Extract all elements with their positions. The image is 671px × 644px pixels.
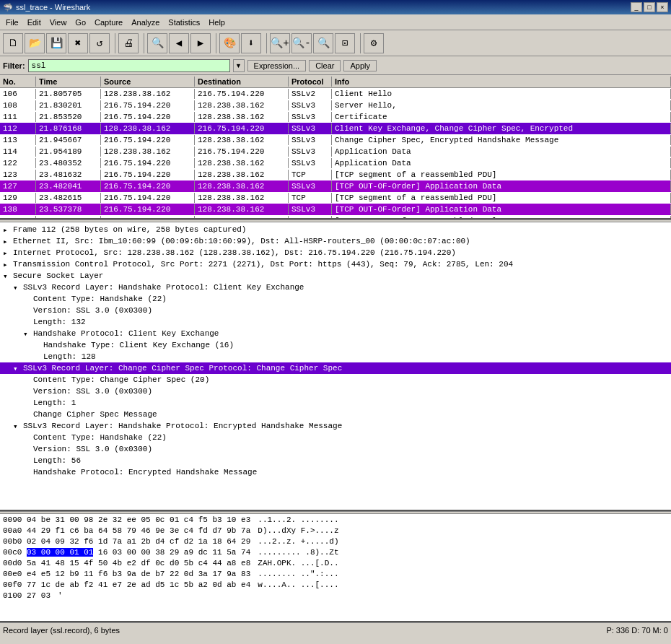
- list-item[interactable]: ▾Handshake Protocol: Client Key Exchange: [0, 328, 671, 339]
- next-button[interactable]: ▶: [190, 33, 211, 53]
- cell-proto: SSLv2: [289, 89, 332, 99]
- auto-scroll-button[interactable]: ⬇: [241, 33, 261, 53]
- cell-src: 216.75.194.220: [101, 204, 195, 214]
- titlebar-controls[interactable]: _ □ ×: [631, 2, 668, 12]
- cell-info: Change Cipher Spec, Encrypted Handshake …: [332, 135, 671, 145]
- table-row[interactable]: 123 23.481632 216.75.194.220 128.238.38.…: [0, 169, 671, 180]
- save-button[interactable]: 💾: [46, 33, 66, 53]
- print-button[interactable]: 🖨: [118, 33, 139, 53]
- cell-dst: 128.238.38.162: [195, 135, 289, 145]
- cell-time: 21.830201: [36, 100, 101, 110]
- hex-row: 00d0 5a 41 48 15 4f 50 4b e2 df 0c d0 5b…: [3, 559, 668, 570]
- detail-text: Length: 132: [33, 318, 86, 326]
- menu-item-help[interactable]: Help: [204, 17, 229, 28]
- prev-button[interactable]: ◀: [169, 33, 189, 53]
- cell-info: [TCP segment of a reassembled PDU]: [332, 170, 671, 180]
- capture-options-button[interactable]: ⚙: [364, 33, 384, 53]
- expand-icon: ▾: [3, 271, 13, 281]
- cell-dst: 128.238.38.162: [195, 112, 289, 122]
- detail-text: Transmission Control Protocol, Src Port:…: [13, 260, 513, 269]
- reload-button[interactable]: ↺: [89, 33, 110, 53]
- cell-no: 114: [0, 147, 36, 157]
- close-button[interactable]: ×: [657, 2, 668, 12]
- list-item[interactable]: ▾Secure Socket Layer: [0, 270, 671, 282]
- open-button[interactable]: 📂: [25, 33, 45, 53]
- table-row[interactable]: 113 21.945667 216.75.194.220 128.238.38.…: [0, 134, 671, 146]
- zoom-out-button[interactable]: 🔍-: [291, 33, 312, 53]
- hex-bytes: 02 04 09 32 f6 1d 7a a1 2b d4 cf d2 1a 1…: [27, 537, 250, 546]
- table-row[interactable]: 108 21.830201 216.75.194.220 128.238.38.…: [0, 100, 671, 111]
- hex-bytes: 77 1c de ab f2 41 e7 2e ad d5 1c 5b a2 0…: [27, 580, 250, 589]
- table-row[interactable]: 138 23.537378 216.75.194.220 128.238.38.…: [0, 204, 671, 215]
- list-item[interactable]: Length: 1: [0, 397, 671, 409]
- hex-offset: 00f0: [3, 580, 27, 589]
- filter-dropdown[interactable]: ▼: [233, 59, 245, 72]
- table-row[interactable]: 114 21.954189 128.238.38.162 216.75.194.…: [0, 146, 671, 157]
- col-src-header: Source: [101, 77, 195, 87]
- list-item[interactable]: Change Cipher Spec Message: [0, 409, 671, 420]
- menu-item-view[interactable]: View: [45, 17, 71, 28]
- resize-button[interactable]: ⊡: [335, 33, 355, 53]
- list-item[interactable]: Version: SSL 3.0 (0x0300): [0, 305, 671, 316]
- find-button[interactable]: 🔍: [147, 33, 167, 53]
- cell-dst: 216.75.194.220: [195, 147, 289, 157]
- list-item[interactable]: Length: 132: [0, 316, 671, 328]
- close-capture-button[interactable]: ✖: [68, 33, 88, 53]
- cell-src: 128.238.38.162: [101, 123, 195, 134]
- table-row[interactable]: 106 21.805705 128.238.38.162 216.75.194.…: [0, 88, 671, 100]
- table-row[interactable]: 127 23.482041 216.75.194.220 128.238.38.…: [0, 180, 671, 192]
- new-button[interactable]: 🗋: [3, 33, 23, 53]
- titlebar: 🦈 ssl_trace - Wireshark _ □ ×: [0, 0, 671, 14]
- list-item[interactable]: Handshake Protocol: Encrypted Handshake …: [0, 466, 671, 478]
- list-item[interactable]: ▸Transmission Control Protocol, Src Port…: [0, 258, 671, 270]
- list-item[interactable]: Handshake Type: Client Key Exchange (16): [0, 339, 671, 351]
- list-item[interactable]: Length: 56: [0, 455, 671, 466]
- list-item[interactable]: ▾SSLv3 Record Layer: Change Cipher Spec …: [0, 362, 671, 374]
- hex-offset: 00a0: [3, 526, 27, 535]
- table-row[interactable]: 122 23.480352 216.75.194.220 128.238.38.…: [0, 157, 671, 169]
- menu-item-edit[interactable]: Edit: [23, 17, 45, 28]
- cell-proto: SSLv3: [289, 181, 332, 191]
- hex-pane[interactable]: 0090 04 be 31 00 98 2e 32 ee 05 0c 01 c4…: [0, 514, 671, 622]
- list-item[interactable]: Content Type: Handshake (22): [0, 293, 671, 305]
- table-row[interactable]: 111 21.853520 216.75.194.220 128.238.38.…: [0, 111, 671, 123]
- list-item[interactable]: ▸Internet Protocol, Src: 128.238.38.162 …: [0, 247, 671, 258]
- expand-icon: ▸: [3, 237, 13, 246]
- menu-item-file[interactable]: File: [1, 17, 23, 28]
- list-item[interactable]: Version: SSL 3.0 (0x0300): [0, 443, 671, 455]
- menu-item-capture[interactable]: Capture: [90, 17, 127, 28]
- hex-offset: 00d0: [3, 559, 27, 567]
- list-item[interactable]: ▸Ethernet II, Src: Ibm_10:60:99 (00:09:6…: [0, 235, 671, 247]
- expression-button[interactable]: Expression...: [247, 60, 307, 71]
- cell-dst: 128.238.38.162: [195, 204, 289, 214]
- maximize-button[interactable]: □: [644, 2, 655, 12]
- packet-list[interactable]: No. Time Source Destination Protocol Inf…: [0, 75, 671, 219]
- menu-item-analyze[interactable]: Analyze: [127, 17, 164, 28]
- hex-ascii: ZAH.OPK. ...[.D..: [258, 559, 338, 567]
- zoom-in-button[interactable]: 🔍+: [270, 33, 290, 53]
- detail-pane[interactable]: ▸Frame 112 (258 bytes on wire, 258 bytes…: [0, 222, 671, 511]
- list-item[interactable]: Length: 128: [0, 351, 671, 362]
- list-item[interactable]: ▾SSLv3 Record Layer: Handshake Protocol:…: [0, 282, 671, 293]
- menu-item-go[interactable]: Go: [71, 17, 90, 28]
- minimize-button[interactable]: _: [631, 2, 642, 12]
- cell-no: 127: [0, 181, 36, 191]
- hex-bytes: 04 be 31 00 98 2e 32 ee 05 0c 01 c4 f5 b…: [27, 515, 250, 524]
- list-item[interactable]: ▸Frame 112 (258 bytes on wire, 258 bytes…: [0, 224, 671, 235]
- table-row[interactable]: 112 21.876168 128.238.38.162 216.75.194.…: [0, 123, 671, 134]
- statusbar: Record layer (ssl.record), 6 bytes P: 33…: [0, 622, 671, 637]
- filter-input[interactable]: [28, 59, 230, 72]
- col-info-header: Info: [332, 77, 671, 87]
- clear-button[interactable]: Clear: [309, 60, 341, 71]
- colorize-button[interactable]: 🎨: [219, 33, 240, 53]
- list-item[interactable]: Content Type: Handshake (22): [0, 432, 671, 443]
- table-row[interactable]: 129 23.482615 216.75.194.220 128.238.38.…: [0, 192, 671, 204]
- hex-ascii: ........ ..".:...: [258, 570, 338, 578]
- cell-time: 21.853520: [36, 112, 101, 122]
- menu-item-statistics[interactable]: Statistics: [164, 17, 204, 28]
- zoom-normal-button[interactable]: 🔍: [313, 33, 333, 53]
- list-item[interactable]: Version: SSL 3.0 (0x0300): [0, 386, 671, 397]
- list-item[interactable]: ▾SSLv3 Record Layer: Handshake Protocol:…: [0, 420, 671, 432]
- apply-button[interactable]: Apply: [343, 60, 377, 71]
- list-item[interactable]: Content Type: Change Cipher Spec (20): [0, 374, 671, 386]
